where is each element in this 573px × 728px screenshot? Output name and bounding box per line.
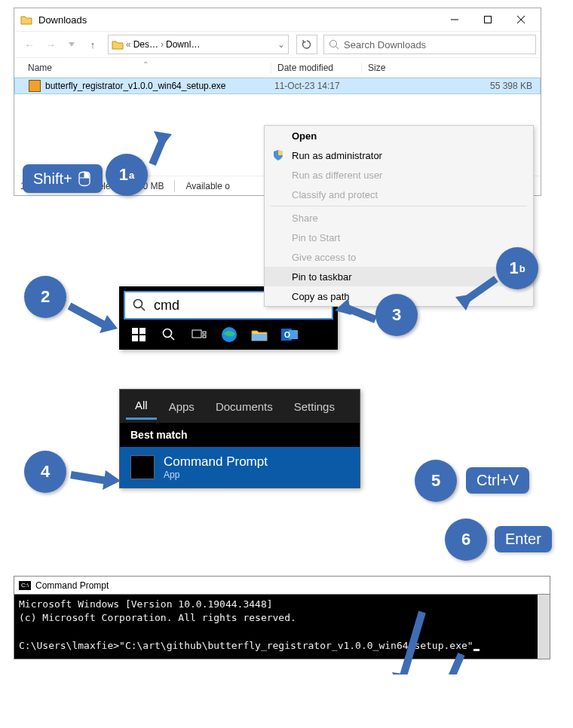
folder-icon (112, 39, 124, 50)
breadcrumb-item[interactable]: Des… (133, 39, 158, 50)
menu-open[interactable]: Open (265, 126, 533, 145)
maximize-button[interactable] (471, 8, 504, 31)
tab-docs[interactable]: Documents (207, 394, 282, 419)
cmd-window: C:\ Command Prompt Microsoft Windows [Ve… (14, 576, 550, 659)
result-sub: App (164, 470, 268, 480)
edge-icon[interactable] (217, 323, 241, 347)
column-name[interactable]: ⌃Name (14, 63, 271, 73)
search-results: All Apps Documents Settings Best match C… (119, 389, 360, 488)
recent-dropdown[interactable] (63, 35, 81, 54)
refresh-button[interactable] (296, 35, 317, 54)
cmd-icon: C:\ (19, 581, 31, 590)
status-available: Available o (185, 181, 230, 191)
folder-icon (20, 14, 32, 25)
svg-point-4 (330, 41, 337, 47)
minimize-button[interactable] (438, 8, 471, 31)
menu-runadmin[interactable]: Run as administrator (265, 145, 533, 165)
taskbar-icons: O (124, 320, 333, 350)
svg-rect-1 (485, 17, 492, 23)
file-row[interactable]: butterfly_registrator_v1.0.0_win64_setup… (14, 78, 541, 94)
cmd-icon (130, 455, 155, 479)
svg-point-8 (134, 300, 142, 308)
mouse-right-click-icon (77, 169, 92, 188)
file-name: butterfly_registrator_v1.0.0_win64_setup… (45, 81, 268, 91)
svg-rect-10 (132, 328, 138, 334)
svg-point-14 (164, 329, 172, 338)
arrow-icon (385, 606, 437, 674)
menu-pinstart: Pin to Start (265, 228, 533, 247)
column-headers: ⌃Name Date modified Size (14, 58, 541, 78)
svg-line-15 (171, 337, 175, 341)
search-text: cmd (154, 298, 179, 314)
result-item[interactable]: Command Prompt App (120, 447, 360, 488)
svg-rect-20 (252, 334, 267, 341)
svg-rect-16 (192, 330, 201, 338)
step6-callout: 6 (445, 518, 487, 561)
arrow-icon (434, 650, 480, 674)
outlook-icon[interactable]: O (277, 323, 302, 347)
window-title: Downloads (38, 14, 87, 26)
menu-share: Share (265, 208, 533, 228)
back-button[interactable]: ← (20, 35, 38, 54)
step1a-callout: 1a (106, 154, 148, 196)
breadcrumb-item[interactable]: Downl… (166, 39, 200, 50)
file-date: 11-Oct-23 14:17 (268, 81, 359, 91)
search-tabs: All Apps Documents Settings (120, 390, 360, 423)
menu-rundiff: Run as different user (265, 165, 533, 185)
arrow-icon (63, 300, 124, 338)
step1a-keylabel: Shift+ (23, 164, 103, 193)
start-button[interactable] (127, 323, 151, 347)
svg-rect-18 (203, 335, 206, 338)
menu-giveaccess: Give access to (265, 247, 533, 267)
svg-text:O: O (284, 331, 290, 339)
best-match-header: Best match (120, 423, 360, 447)
column-date[interactable]: Date modified (271, 63, 361, 73)
arrow-icon (451, 274, 504, 312)
up-button[interactable]: ↑ (84, 35, 102, 54)
svg-line-9 (142, 307, 146, 311)
search-icon (329, 39, 339, 50)
tab-all[interactable]: All (126, 393, 157, 420)
shield-icon (272, 149, 284, 161)
result-title: Command Prompt (164, 454, 268, 470)
arrow-icon (142, 127, 179, 169)
column-size[interactable]: Size (361, 63, 541, 73)
cmd-title: Command Prompt (35, 580, 109, 591)
svg-rect-17 (203, 332, 206, 334)
menu-classify: Classify and protect (265, 185, 533, 204)
step5-callout: 5 (415, 460, 457, 502)
search-placeholder: Search Downloads (344, 39, 426, 50)
svg-line-5 (336, 47, 339, 50)
titlebar: Downloads (14, 8, 541, 31)
svg-rect-13 (139, 335, 146, 341)
explorer-icon[interactable] (247, 323, 271, 347)
svg-rect-22 (289, 330, 298, 339)
step5-keylabel: Ctrl+V (466, 467, 529, 494)
cmd-titlebar: C:\ Command Prompt (14, 577, 550, 595)
tab-apps[interactable]: Apps (160, 394, 204, 419)
search-button[interactable] (157, 323, 181, 347)
taskview-button[interactable] (187, 323, 211, 347)
step6-keylabel: Enter (495, 526, 552, 552)
step1b-callout: 1b (496, 247, 538, 289)
search-box[interactable]: Search Downloads (323, 35, 536, 54)
close-button[interactable] (504, 8, 538, 31)
forward-button[interactable]: → (41, 35, 60, 54)
navbar: ← → ↑ « Des… › Downl… ⌄ Search Downloads (14, 31, 541, 58)
step4-callout: 4 (24, 451, 66, 493)
tab-settings[interactable]: Settings (285, 394, 344, 419)
step2-callout: 2 (24, 276, 66, 318)
arrow-icon (65, 464, 125, 494)
exe-icon (29, 80, 41, 92)
address-bar[interactable]: « Des… › Downl… ⌄ (108, 35, 289, 54)
step3-callout: 3 (375, 294, 418, 336)
search-icon (133, 298, 146, 312)
file-size: 55 398 KB (359, 81, 540, 91)
svg-rect-12 (132, 335, 138, 341)
svg-rect-11 (139, 328, 146, 334)
